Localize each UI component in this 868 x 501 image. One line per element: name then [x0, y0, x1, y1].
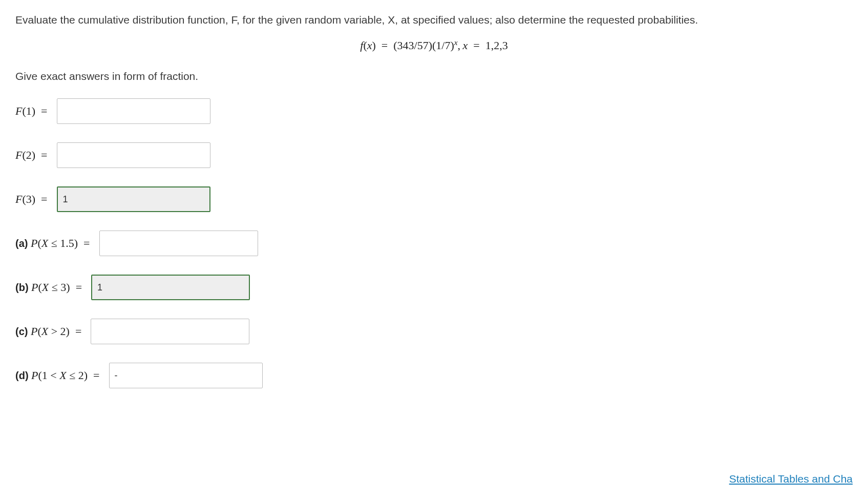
input-d[interactable]	[109, 363, 263, 388]
input-b[interactable]	[91, 275, 250, 300]
instruction-subhead: Give exact answers in form of fraction.	[15, 69, 853, 84]
input-F2[interactable]	[57, 142, 210, 168]
row-a: (a) P(X ≤ 1.5) =	[15, 231, 853, 256]
label-c: (c) P(X > 2) =	[15, 323, 81, 340]
formula-display: f(x) = (343/57)(1/7)x, x = 1,2,3	[15, 37, 853, 54]
label-d: (d) P(1 < X ≤ 2) =	[15, 367, 100, 384]
input-a[interactable]	[99, 231, 258, 256]
row-b: (b) P(X ≤ 3) =	[15, 275, 853, 300]
input-c[interactable]	[91, 319, 249, 344]
label-b: (b) P(X ≤ 3) =	[15, 279, 82, 296]
row-c: (c) P(X > 2) =	[15, 319, 853, 344]
row-F1: F(1) =	[15, 98, 853, 124]
label-F3: F(3) =	[15, 191, 48, 207]
label-F1: F(1) =	[15, 103, 48, 119]
row-F2: F(2) =	[15, 142, 853, 168]
label-F2: F(2) =	[15, 147, 48, 163]
question-container: Evaluate the cumulative distribution fun…	[15, 12, 853, 489]
row-F3: F(3) =	[15, 186, 853, 212]
statistical-tables-link[interactable]: Statistical Tables and Cha	[729, 471, 853, 487]
input-F3[interactable]	[57, 186, 210, 212]
question-intro: Evaluate the cumulative distribution fun…	[15, 12, 853, 28]
label-a: (a) P(X ≤ 1.5) =	[15, 235, 90, 252]
input-F1[interactable]	[57, 98, 210, 124]
row-d: (d) P(1 < X ≤ 2) =	[15, 363, 853, 388]
